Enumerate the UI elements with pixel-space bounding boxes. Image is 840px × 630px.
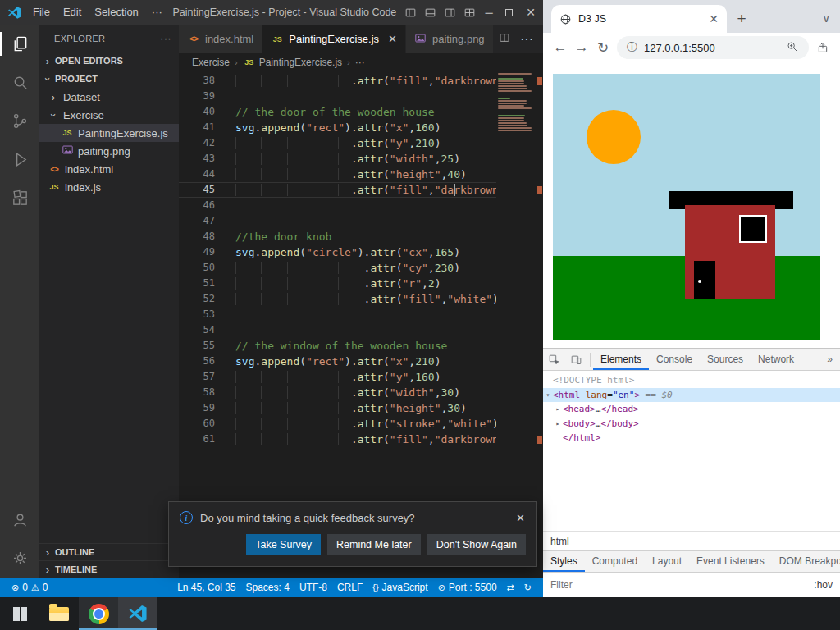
element-breadcrumb[interactable]: html bbox=[543, 531, 840, 550]
source-control-icon[interactable] bbox=[0, 102, 39, 140]
dom-node[interactable]: ▸<body>…</body> bbox=[543, 417, 840, 431]
tree-item-exercise[interactable]: ›Exercise bbox=[39, 106, 179, 124]
devtools-tab-network[interactable]: Network bbox=[751, 349, 801, 370]
sync-icon[interactable]: ↻ bbox=[519, 582, 536, 593]
styles-tab-styles[interactable]: Styles bbox=[543, 551, 585, 572]
account-icon[interactable] bbox=[0, 500, 39, 539]
expand-arrow-icon[interactable]: ▾ bbox=[543, 388, 553, 403]
toggle-panel-icon[interactable] bbox=[420, 0, 440, 25]
collapse-arrow-icon[interactable]: ▸ bbox=[553, 402, 563, 417]
devtools-tab-sources[interactable]: Sources bbox=[700, 349, 751, 370]
code-line-59[interactable]: 59 .attr("height",30) bbox=[179, 400, 496, 416]
breadcrumb-item-exercise[interactable]: Exercise bbox=[192, 57, 230, 68]
code-line-42[interactable]: 42 .attr("y",210) bbox=[179, 135, 496, 151]
close-notification-icon[interactable]: ✕ bbox=[513, 512, 528, 524]
menu-edit[interactable]: Edit bbox=[57, 0, 88, 25]
start-button[interactable] bbox=[0, 597, 39, 630]
code-line-49[interactable]: 49svg.append("circle").attr("cx",165) bbox=[179, 244, 496, 260]
menu-selection[interactable]: Selection bbox=[88, 0, 144, 25]
close-tab-icon[interactable]: ✕ bbox=[709, 12, 719, 25]
code-line-38[interactable]: 38 .attr("fill","darkbrown bbox=[179, 73, 496, 89]
code-line-57[interactable]: 57 .attr("y",160) bbox=[179, 369, 496, 385]
close-tab-icon[interactable]: ✕ bbox=[388, 33, 397, 45]
outline-section[interactable]: › OUTLINE bbox=[39, 543, 179, 560]
remind-me-later-button[interactable]: Remind Me later bbox=[327, 534, 421, 555]
tree-item-paintingexercise-js[interactable]: JSPaintingExercise.js bbox=[39, 124, 179, 142]
problems-indicator[interactable]: ⊗ 0 ⚠ 0 bbox=[7, 582, 52, 593]
take-survey-button[interactable]: Take Survey bbox=[246, 534, 321, 555]
code-line-48[interactable]: 48//the door knob bbox=[179, 229, 496, 244]
tree-item-index-js[interactable]: JSindex.js bbox=[39, 178, 179, 196]
open-editors-section[interactable]: › OPEN EDITORS bbox=[39, 52, 179, 70]
file-explorer-button[interactable] bbox=[39, 597, 79, 630]
dom-node[interactable]: </html> bbox=[543, 431, 840, 445]
status-javascript[interactable]: {}JavaScript bbox=[368, 582, 432, 593]
code-line-46[interactable]: 46 bbox=[179, 198, 496, 213]
dom-node[interactable]: ▾<html lang="en"> == $0 bbox=[543, 388, 840, 403]
don-t-show-again-button[interactable]: Don't Show Again bbox=[427, 534, 526, 555]
filter-input[interactable] bbox=[543, 573, 806, 597]
tree-item-paiting-png[interactable]: paiting.png bbox=[39, 142, 179, 160]
search-icon[interactable] bbox=[0, 63, 39, 102]
toggle-sidebar-icon[interactable] bbox=[400, 0, 420, 25]
device-toolbar-icon[interactable] bbox=[565, 349, 587, 370]
styles-tab-layout[interactable]: Layout bbox=[645, 551, 689, 572]
chrome-taskbar-button[interactable] bbox=[79, 597, 118, 630]
menu-file[interactable]: File bbox=[26, 0, 57, 25]
split-editor-icon[interactable] bbox=[499, 32, 510, 47]
minimize-button[interactable]: ─ bbox=[479, 0, 499, 25]
tree-item-index-html[interactable]: <>index.html bbox=[39, 160, 179, 178]
maximize-button[interactable] bbox=[499, 0, 518, 25]
code-line-41[interactable]: 41svg.append("rect").attr("x",160) bbox=[179, 120, 496, 135]
code-line-56[interactable]: 56svg.append("rect").attr("x",210) bbox=[179, 354, 496, 369]
reload-icon[interactable]: ↻ bbox=[592, 35, 614, 60]
explorer-icon[interactable] bbox=[0, 25, 39, 63]
run-debug-icon[interactable] bbox=[0, 140, 39, 179]
code-line-58[interactable]: 58 .attr("width",30) bbox=[179, 385, 496, 400]
code-line-54[interactable]: 54 bbox=[179, 322, 496, 338]
project-section[interactable]: › PROJECT bbox=[39, 70, 179, 88]
status-ln-45-col-35[interactable]: Ln 45, Col 35 bbox=[172, 582, 240, 593]
sidebar-more-icon[interactable]: ··· bbox=[160, 32, 171, 44]
back-icon[interactable]: ← bbox=[550, 35, 571, 60]
tab-index-html[interactable]: <>index.html bbox=[179, 25, 262, 53]
timeline-section[interactable]: › TIMELINE bbox=[39, 560, 179, 578]
dom-node[interactable]: ▸<head>…</head> bbox=[543, 402, 840, 417]
code-line-47[interactable]: 47 bbox=[179, 213, 496, 229]
tab-search-chevron-icon[interactable]: ∨ bbox=[822, 12, 830, 25]
site-info-icon[interactable]: ⓘ bbox=[627, 40, 637, 55]
styles-tab-computed[interactable]: Computed bbox=[585, 551, 645, 572]
devtools-tab-console[interactable]: Console bbox=[649, 349, 700, 370]
tab-paintingexercise-js[interactable]: JSPaintingExercise.js✕ bbox=[262, 25, 406, 53]
more-actions-icon[interactable]: ··· bbox=[520, 32, 533, 47]
code-line-39[interactable]: 39 bbox=[179, 89, 496, 104]
dom-node[interactable]: <!DOCTYPE html> bbox=[543, 373, 840, 388]
code-line-43[interactable]: 43 .attr("width",25) bbox=[179, 151, 496, 167]
new-tab-button[interactable]: + bbox=[730, 7, 753, 30]
code-line-40[interactable]: 40// the door of the wooden house bbox=[179, 104, 496, 120]
address-bar[interactable]: ⓘ 127.0.0.1:5500 bbox=[617, 36, 809, 59]
share-icon[interactable] bbox=[812, 37, 833, 58]
browser-tab[interactable]: D3 JS ✕ bbox=[551, 5, 727, 33]
styles-tab-dom-breakpoints[interactable]: DOM Breakpoints bbox=[772, 551, 840, 572]
code-line-60[interactable]: 60 .attr("stroke","white") bbox=[179, 416, 496, 431]
toggle-secondary-sidebar-icon[interactable] bbox=[440, 0, 459, 25]
zoom-icon[interactable] bbox=[786, 40, 799, 56]
styles-tab-event-listeners[interactable]: Event Listeners bbox=[689, 551, 772, 572]
code-line-44[interactable]: 44 .attr("height",40) bbox=[179, 167, 496, 182]
close-window-button[interactable]: ✕ bbox=[518, 0, 543, 25]
status-crlf[interactable]: CRLF bbox=[332, 582, 368, 593]
status-spaces-4[interactable]: Spaces: 4 bbox=[241, 582, 294, 593]
tree-item-dataset[interactable]: ›Dataset bbox=[39, 88, 179, 106]
status-utf-8[interactable]: UTF-8 bbox=[294, 582, 332, 593]
collapse-arrow-icon[interactable]: ▸ bbox=[553, 417, 563, 431]
tab-paiting-png[interactable]: paiting.png bbox=[406, 25, 494, 53]
settings-gear-icon[interactable] bbox=[0, 539, 39, 578]
more-tabs-icon[interactable]: » bbox=[827, 354, 840, 365]
status-port-5500[interactable]: ⊘Port : 5500 bbox=[433, 582, 502, 593]
code-line-52[interactable]: 52 .attr("fill","white") bbox=[179, 291, 496, 307]
code-line-50[interactable]: 50 .attr("cy",230) bbox=[179, 260, 496, 276]
breadcrumb-item-item[interactable]: ··· bbox=[355, 57, 365, 68]
code-line-53[interactable]: 53 bbox=[179, 307, 496, 322]
extensions-icon[interactable] bbox=[0, 179, 39, 217]
